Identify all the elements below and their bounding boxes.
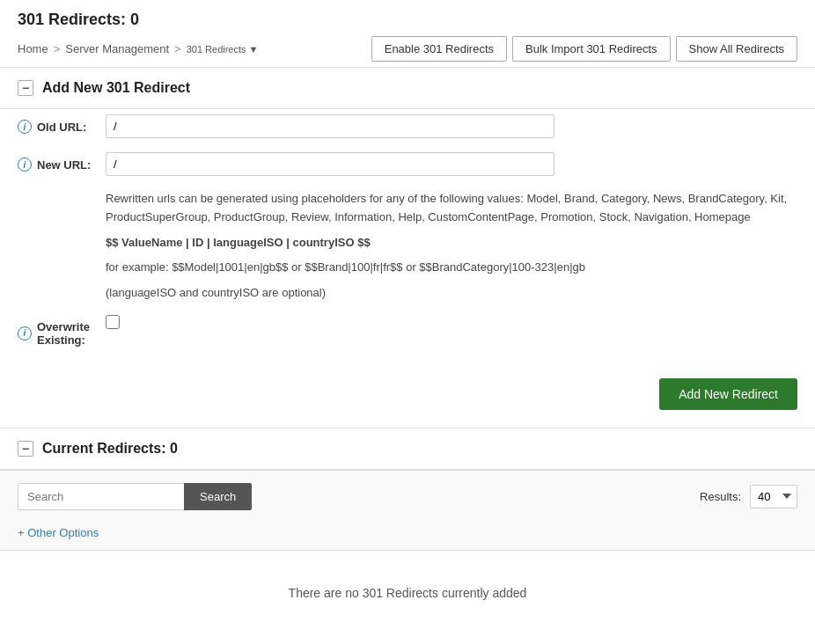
- overwrite-row: i Overwrite Existing:: [18, 315, 797, 347]
- breadcrumb-sep2: >: [174, 42, 181, 55]
- enable-redirects-button[interactable]: Enable 301 Redirects: [371, 36, 507, 62]
- url-description: Rewritten urls can be generated using pl…: [18, 190, 797, 227]
- breadcrumb-home[interactable]: Home: [18, 42, 48, 55]
- breadcrumb-sep1: >: [54, 42, 61, 55]
- overwrite-info-icon[interactable]: i: [18, 326, 32, 340]
- bottom-actions: Delete All Redirects Delete Selected Red…: [0, 635, 815, 644]
- new-url-row: i New URL:: [18, 152, 797, 176]
- format-description: $$ ValueName | ID | languageISO | countr…: [18, 234, 797, 252]
- other-options-row: + Other Options: [0, 523, 815, 550]
- add-section-title: Add New 301 Redirect: [42, 80, 190, 96]
- header-buttons: Enable 301 Redirects Bulk Import 301 Red…: [371, 36, 797, 62]
- current-section-title: Current Redirects: 0: [42, 441, 178, 457]
- empty-message: There are no 301 Redirects currently add…: [0, 551, 815, 635]
- breadcrumb-server-management[interactable]: Server Management: [65, 42, 169, 55]
- other-options-link[interactable]: + Other Options: [18, 526, 99, 539]
- breadcrumb: Home > Server Management > 301 Redirects…: [18, 42, 258, 55]
- current-section-body: Search Results: 10 20 40 80 100 + Other …: [0, 470, 815, 551]
- overwrite-label: i Overwrite Existing:: [18, 315, 106, 347]
- results-select[interactable]: 10 20 40 80 100: [750, 485, 797, 509]
- old-url-row: i Old URL:: [18, 114, 797, 138]
- results-label: Results:: [700, 490, 741, 503]
- search-input[interactable]: [18, 483, 185, 510]
- breadcrumb-current[interactable]: 301 Redirects ▼: [187, 44, 259, 55]
- new-url-input[interactable]: [106, 152, 554, 176]
- chevron-down-icon: ▼: [249, 44, 259, 55]
- example-description: for example: $$Model|1001|en|gb$$ or $$B…: [18, 259, 797, 277]
- add-form-actions: Add New Redirect: [0, 378, 815, 428]
- current-section-toggle[interactable]: −: [18, 441, 33, 457]
- bulk-import-button[interactable]: Bulk Import 301 Redirects: [512, 36, 671, 62]
- overwrite-checkbox[interactable]: [106, 315, 120, 329]
- new-url-label: i New URL:: [18, 152, 106, 172]
- add-new-redirect-button[interactable]: Add New Redirect: [659, 378, 797, 410]
- old-url-label: i Old URL:: [18, 114, 106, 134]
- search-area: Search Results: 10 20 40 80 100: [0, 471, 815, 523]
- add-section-toggle[interactable]: −: [18, 80, 33, 96]
- add-form: i Old URL: i New URL: Rewritten urls can…: [0, 109, 815, 378]
- add-section-header[interactable]: − Add New 301 Redirect: [0, 68, 815, 108]
- note-description: (languageISO and countryISO are optional…: [18, 284, 797, 303]
- old-url-info-icon[interactable]: i: [18, 120, 32, 134]
- overwrite-checkbox-wrapper: [106, 315, 120, 329]
- current-section-header[interactable]: − Current Redirects: 0: [0, 428, 815, 469]
- page-title: 301 Redirects: 0: [18, 11, 797, 29]
- show-all-redirects-button[interactable]: Show All Redirects: [676, 36, 797, 62]
- search-button[interactable]: Search: [184, 483, 252, 510]
- search-wrapper: Search: [18, 483, 252, 510]
- old-url-input[interactable]: [106, 114, 554, 138]
- new-url-info-icon[interactable]: i: [18, 157, 32, 172]
